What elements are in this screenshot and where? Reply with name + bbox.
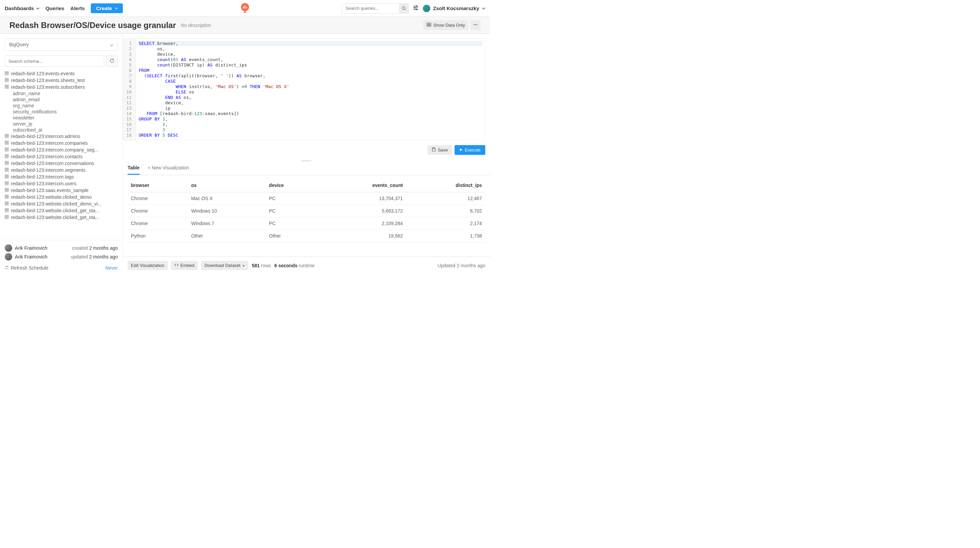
column-header[interactable]: distinct_ips [406,178,485,192]
sql-editor[interactable]: 123456789101112131415161718 SELECT brows… [123,38,485,140]
avatar [423,5,430,12]
table-body: ChromeMac OS XPC13,704,37112,467ChromeWi… [127,192,485,242]
svg-point-7 [416,5,417,7]
nav-queries[interactable]: Queries [46,5,64,11]
svg-rect-2 [245,5,246,8]
top-nav: Dashboards Queries Alerts Create [0,0,490,17]
table-header-row: browserosdeviceevents_countdistinct_ips [127,178,485,192]
caret-up-icon [242,263,245,268]
line-gutter: 123456789101112131415161718 [123,39,136,140]
schema-column[interactable]: newsletter [5,115,118,121]
schema-table[interactable]: redash-bird-123:intercom.tags [5,173,118,180]
schema-table[interactable]: redash-bird-123:intercom.contacts [5,153,118,160]
schema-table[interactable]: redash-bird-123:website.clicked_demo_vi.… [5,200,118,207]
table-row[interactable]: ChromeWindows 10PC5,683,1726,702 [127,205,485,217]
refresh-schedule-row[interactable]: Refresh Schedule Never [5,261,118,271]
schema-refresh-button[interactable] [106,56,118,67]
schema-table[interactable]: redash-bird-123:events.subscribers [5,84,118,91]
nav-alerts[interactable]: Alerts [70,5,85,11]
schema-search [5,56,118,67]
sidebar: BigQuery redash-bird-123:events.eventsre… [0,34,123,274]
redash-logo[interactable] [240,3,250,15]
svg-rect-95 [5,215,8,219]
nav-dashboards[interactable]: Dashboards [5,5,40,11]
schema-table[interactable]: redash-bird-123:intercom.segments [5,167,118,173]
tab-table[interactable]: Table [127,162,140,175]
table-row[interactable]: ChromeMac OS XPC13,704,37112,467 [127,192,485,205]
schema-column[interactable]: admin_name [5,91,118,97]
schema-search-input[interactable] [5,56,104,67]
table-row[interactable]: PythonOtherOther19,5621,738 [127,230,485,242]
schema-column[interactable]: security_notifications [5,109,118,115]
schema-table[interactable]: redash-bird-123:intercom.users [5,180,118,187]
schema-column[interactable]: server_ip [5,121,118,127]
edit-visualization-button[interactable]: Edit Visualization [127,261,168,270]
embed-button[interactable]: Embed [171,261,198,270]
schema-table[interactable]: redash-bird-123:website.clicked_demo [5,194,118,200]
column-header[interactable]: browser [127,178,188,192]
nav-dashboards-label: Dashboards [5,5,34,11]
svg-point-19 [477,24,477,25]
table-row[interactable]: ChromeWindows 7PC2,109,2842,174 [127,217,485,230]
svg-point-9 [414,7,415,8]
svg-line-5 [405,9,406,10]
create-button[interactable]: Create [91,3,123,13]
table-icon [5,201,9,206]
show-data-only-label: Show Data Only [433,22,465,28]
execute-button[interactable]: Execute [455,145,485,155]
column-header[interactable]: events_count [317,178,406,192]
schema-column[interactable]: admin_email [5,97,118,103]
user-menu[interactable]: Zsolt Kocsmarszky [423,5,485,12]
refresh-schedule-value[interactable]: Never [105,265,118,271]
global-search [342,3,409,13]
schema-table[interactable]: redash-bird-123:saas.events_sample [5,187,118,194]
updated-by-row: Arik Fraimovich updated 2 months ago [5,253,118,261]
svg-rect-30 [5,85,8,88]
settings-button[interactable] [412,5,420,12]
create-button-label: Create [96,5,112,11]
schema-table[interactable]: redash-bird-123:website.clicked_get_sta.… [5,214,118,221]
download-dataset-button[interactable]: Download Dataset [201,261,248,270]
svg-rect-50 [5,154,8,158]
schema-list[interactable]: redash-bird-123:events.eventsredash-bird… [0,67,123,240]
code-area[interactable]: SELECT browser, os, device, count(0) AS … [136,39,485,140]
datasource-select[interactable]: BigQuery [5,38,118,51]
schema-table[interactable]: redash-bird-123:intercom.admins [5,133,118,140]
svg-point-11 [416,9,417,10]
save-button[interactable]: Save [428,145,452,155]
user-name-label: Zsolt Kocsmarszky [433,5,479,11]
schema-column[interactable]: org_name [5,103,118,109]
schema-table[interactable]: redash-bird-123:intercom.company_seg... [5,146,118,153]
search-button[interactable] [399,3,409,13]
chevron-down-icon [36,7,40,10]
execute-label: Execute [465,148,480,152]
table-icon [5,208,9,213]
nav-left: Dashboards Queries Alerts Create [5,3,123,13]
show-data-only-button[interactable]: Show Data Only [423,20,468,30]
datasource-label: BigQuery [9,42,29,47]
nav-right: Zsolt Kocsmarszky [342,3,485,13]
schema-column[interactable]: subscribed_at [5,127,118,133]
refresh-icon [110,59,115,64]
editor-actions: Save Execute [123,140,490,160]
table-icon [5,174,9,179]
results-table-wrap[interactable]: browserosdeviceevents_countdistinct_ips … [123,175,490,256]
table-icon [5,187,9,193]
table-icon [5,194,9,200]
schema-table[interactable]: redash-bird-123:intercom.conversations [5,160,118,167]
tab-new-visualization[interactable]: + New Visualization [148,162,189,175]
schema-table[interactable]: redash-bird-123:intercom.companies [5,140,118,146]
page-title: Redash Browser/OS/Device usage granular [10,21,176,30]
search-input[interactable] [342,3,399,13]
more-options-button[interactable] [471,20,480,30]
column-header[interactable]: device [266,178,317,192]
code-icon [175,263,178,268]
schema-table[interactable]: redash-bird-123:website.clicked_get_sta.… [5,207,118,214]
updated-by-name: Arik Fraimovich [15,254,47,259]
table-icon [5,133,9,139]
schema-table[interactable]: redash-bird-123:events.sheets_test [5,77,118,84]
page-description[interactable]: No description [181,22,211,28]
svg-rect-35 [5,134,8,138]
schema-table[interactable]: redash-bird-123:events.events [5,70,118,77]
column-header[interactable]: os [188,178,266,192]
